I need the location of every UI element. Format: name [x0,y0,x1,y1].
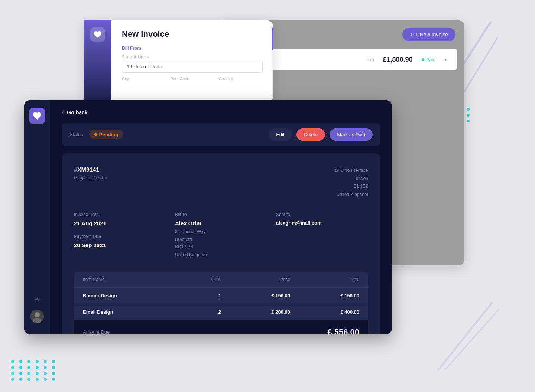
bg-paid-badge: Paid [422,57,436,62]
modal-sidebar [84,20,111,102]
modal-scrollbar[interactable] [272,20,273,102]
modal-logo [90,27,105,42]
item-price-1: £ 156.00 [221,293,290,298]
items-table: Item Name QTY. Price Total Banner Design… [74,272,368,334]
sent-to-email: alexgrim@mail.com [276,220,368,226]
invoice-header: #XM9141 Graphic Design 19 Union Terrace … [74,167,368,199]
invoice-details: Invoice Date 21 Aug 2021 Payment Due 20 … [74,212,368,258]
svg-point-5 [35,312,40,317]
paid-dot [422,58,424,61]
table-row: Email Design 2 £ 200.00 £ 400.00 [74,304,368,320]
status-badge: Pending [89,130,123,139]
street-address-input[interactable] [122,61,263,73]
items-table-header: Item Name QTY. Price Total [74,272,368,287]
status-dot [94,133,97,136]
invoice-card: #XM9141 Graphic Design 19 Union Terrace … [62,153,380,334]
modal-title: New Invoice [122,29,263,39]
addr-line1: 19 Union Terrace [334,167,368,175]
status-value: Pending [99,132,118,137]
country-label: Country [219,76,263,81]
bg-new-invoice-label: + New Invoice [415,32,448,37]
bill-to-label: Bill To [175,212,267,217]
bill-from-label: Bill From [122,46,263,51]
avatar[interactable] [30,310,44,323]
svg-line-3 [445,310,499,370]
addr-line4: United Kingdom [334,191,368,199]
item-name-1: Banner Design [83,293,187,298]
addr-line2: London [334,175,368,183]
addr-line3: E1 3EZ [334,183,368,191]
table-row: Banner Design 1 £ 156.00 £ 156.00 [74,287,368,304]
col-price: Price [221,277,290,282]
bg-chevron-right-icon[interactable]: › [445,56,447,63]
go-back-button[interactable]: ‹ Go back [62,109,380,116]
col-qty: QTY. [187,277,221,282]
col-item-name: Item Name [83,277,187,282]
items-total: Amount Due £ 556.00 [74,320,368,334]
invoice-type: Graphic Design [74,175,107,180]
hash-sign: # [74,167,77,173]
svg-line-2 [438,303,492,370]
city-label: City [122,76,166,81]
invoice-date-label: Invoice Date [74,212,166,217]
bill-to-name: Alex Grim [175,220,267,226]
bg-invoice-amount: £1,800.90 [383,56,413,63]
bg-pending-indicator: ing [367,57,374,62]
sent-to-group: Sent to alexgrim@mail.com [276,212,368,258]
status-actions: Edit Delete Mark as Paid [269,128,373,141]
edit-button[interactable]: Edit [269,128,292,141]
sidebar-bottom: ☀ [30,295,44,327]
status-bar: Status Pending Edit Delete Mark as Paid [62,123,380,146]
invoice-id: #XM9141 [74,167,107,173]
invoice-address-right: 19 Union Terrace London E1 3EZ United Ki… [334,167,368,199]
item-total-2: £ 400.00 [290,309,359,315]
plus-icon: + [410,32,413,37]
bg-new-invoice-button[interactable]: + + New Invoice [402,28,455,41]
item-price-2: £ 200.00 [221,309,290,315]
amount-due-label: Amount Due [83,329,110,334]
invoice-date-value: 21 Aug 2021 [74,220,166,226]
sun-icon[interactable]: ☀ [34,295,40,304]
item-qty-2: 2 [187,309,221,315]
delete-button[interactable]: Delete [296,128,325,141]
bill-to-group: Bill To Alex Grim 84 Church Way Bradford… [175,212,267,258]
status-label: Status [69,132,83,137]
payment-due-value: 20 Sep 2021 [74,242,166,248]
mark-paid-button[interactable]: Mark as Paid [330,128,373,141]
dots-bottom-left [11,360,57,381]
invoice-date-group: Invoice Date 21 Aug 2021 [74,212,166,226]
go-back-label: Go back [67,110,87,115]
sent-to-label: Sent to [276,212,368,217]
dates-block: Invoice Date 21 Aug 2021 Payment Due 20 … [74,212,166,258]
street-address-label: Street Address [122,55,263,59]
modal-scroll-thumb [272,28,273,50]
item-qty-1: 1 [187,293,221,298]
amount-due-value: £ 556.00 [327,327,359,334]
modal-content: New Invoice Bill From Street Address Cit… [111,20,273,102]
payment-due-label: Payment Due [74,234,166,239]
main-window: ☀ ‹ Go back Status Pending Edi [24,100,392,334]
payment-due-group: Payment Due 20 Sep 2021 [74,234,166,248]
main-content: ‹ Go back Status Pending Edit Delete Mar… [50,100,392,334]
postcode-label: Post Code [170,76,214,81]
main-logo [29,108,45,124]
item-total-1: £ 156.00 [290,293,359,298]
item-name-2: Email Design [83,309,187,315]
main-sidebar: ☀ [24,100,50,334]
invoice-id-block: #XM9141 Graphic Design [74,167,107,199]
col-total: Total [290,277,359,282]
deco-lines-bottom-right [438,299,505,373]
new-invoice-modal: New Invoice Bill From Street Address Cit… [84,20,273,102]
bill-to-address: 84 Church Way Bradford BD1 9PB United Ki… [175,228,267,258]
back-arrow-icon: ‹ [62,109,64,116]
